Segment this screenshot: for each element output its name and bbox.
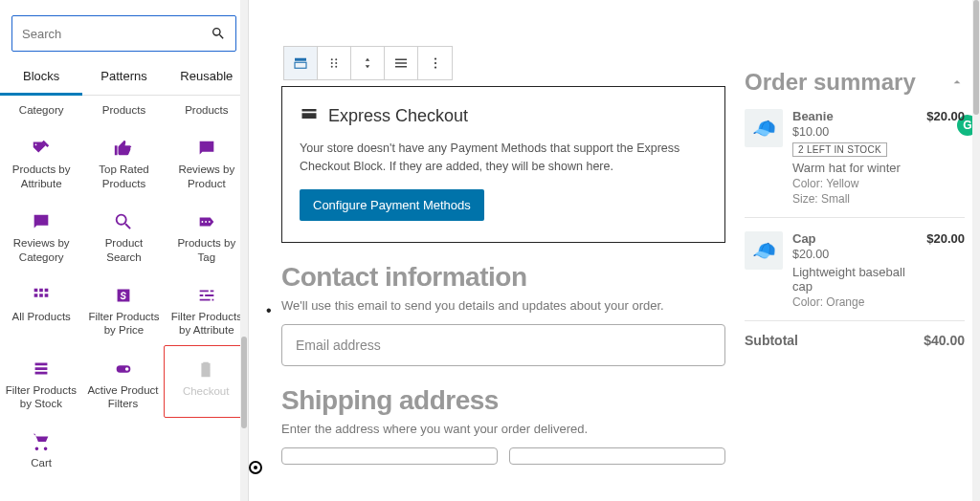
item-name: Cap [792,231,917,246]
block-filter-by-price[interactable]: Filter Products by Price [82,272,165,345]
tag-dots-icon [169,207,244,236]
order-summary-column: Order summary 🧢 Beanie $10.00 2 LEFT IN … [745,54,965,501]
item-thumbnail: 🧢 [745,109,783,147]
svg-rect-1 [295,62,306,68]
chevron-up-icon[interactable] [949,75,965,90]
search-icon [211,26,226,41]
block-product-search[interactable]: Product Search [82,198,165,272]
sidebar-scrollbar[interactable] [240,0,248,501]
block-peek[interactable]: Products [82,99,165,124]
block-toolbar [283,46,453,80]
clipboard-icon [168,356,243,384]
block-products-by-attribute[interactable]: Products by Attribute [0,124,82,198]
block-active-filters[interactable]: Active Product Filters [82,345,165,419]
block-peek[interactable]: Products [166,99,248,124]
express-checkout-desc: Your store doesn't have any Payment Meth… [300,140,702,176]
toolbar-block-type-button[interactable] [284,47,318,79]
block-cart[interactable]: Cart [0,418,82,477]
inserter-tabs: Blocks Patterns Reusable [0,59,248,96]
name-fields-row [281,447,725,465]
block-peek[interactable]: Category [0,99,82,124]
cart-item: 🧢 Cap $20.00 Lightweight baseball cap Co… [745,218,965,321]
subtotal-label: Subtotal [745,333,798,348]
search-input[interactable] [22,27,211,41]
toolbar-move-arrows[interactable] [351,47,385,79]
svg-point-8 [434,57,435,59]
last-name-field[interactable] [509,447,725,465]
block-reviews-by-category[interactable]: Reviews by Category [0,198,82,272]
item-meta: Color: Orange [792,295,917,309]
stock-icon [4,355,78,383]
email-field[interactable]: Email address [281,324,725,366]
sliders-icon [169,281,244,310]
svg-point-4 [331,62,333,64]
contact-description: We'll use this email to send you details… [281,298,725,313]
subtotal-row: Subtotal $40.00 [745,321,965,348]
search-icon [86,207,161,236]
chat-icon [169,134,244,163]
block-search-box[interactable] [11,15,236,52]
chat-edit-icon [4,207,78,236]
cart-icon [4,427,78,456]
svg-point-7 [335,66,337,68]
item-thumbnail: 🧢 [745,231,783,270]
tab-patterns[interactable]: Patterns [82,59,165,95]
item-description: Lightweight baseball cap [792,265,917,294]
checkout-main-column: Express Checkout Your store doesn't have… [255,54,725,501]
sidebar-scrollbar-thumb[interactable] [241,337,247,428]
configure-payment-methods-button[interactable]: Configure Payment Methods [300,189,484,221]
item-unit-price: $10.00 [792,125,917,139]
block-grid[interactable]: Category Products Products Products by A… [0,96,248,501]
svg-point-6 [331,66,333,68]
item-description: Warm hat for winter [792,161,917,175]
editor-canvas: Demo G Express Checkout Your store doesn… [249,0,980,501]
contact-heading: Contact information [281,262,725,293]
list-marker-icon [249,461,262,474]
item-name: Beanie [792,109,917,123]
svg-point-9 [434,62,435,64]
tab-reusable[interactable]: Reusable [166,59,248,95]
block-filter-by-attribute[interactable]: Filter Products by Attribute [166,272,248,345]
express-checkout-title: Express Checkout [328,106,468,126]
toggle-icon [86,355,161,383]
editor-scrollbar[interactable] [972,0,980,501]
express-checkout-block[interactable]: Express Checkout Your store doesn't have… [281,86,725,243]
block-reviews-by-product[interactable]: Reviews by Product [166,124,248,198]
thumb-up-icon [86,134,161,163]
order-summary-heading: Order summary [745,69,916,96]
editor-scrollbar-thumb[interactable] [973,0,979,115]
cart-item: 🧢 Beanie $10.00 2 LEFT IN STOCK Warm hat… [745,96,965,218]
shipping-description: Enter the address where you want your or… [281,422,725,436]
grid-icon [4,281,78,310]
toolbar-more-button[interactable] [418,47,452,79]
subtotal-value: $40.00 [924,333,965,348]
app-root: Blocks Patterns Reusable Category Produc… [0,0,980,501]
tag-stack-icon [4,134,78,163]
first-name-field[interactable] [281,447,498,465]
svg-rect-0 [295,58,306,61]
item-line-price: $20.00 [926,231,965,309]
block-checkout[interactable]: Checkout [164,345,248,419]
card-icon [300,104,319,128]
tab-blocks[interactable]: Blocks [0,59,82,95]
svg-point-5 [335,62,337,64]
stock-badge: 2 LEFT IN STOCK [792,142,887,157]
block-all-products[interactable]: All Products [0,272,82,345]
item-line-price: $20.00 [926,109,965,206]
svg-point-2 [331,58,333,60]
item-meta: Size: Small [792,192,917,206]
block-products-by-tag[interactable]: Products by Tag [166,198,248,272]
shipping-heading: Shipping address [281,385,725,416]
toolbar-drag-handle[interactable] [318,47,351,79]
svg-point-3 [335,58,337,60]
block-inserter-sidebar: Blocks Patterns Reusable Category Produc… [0,0,249,501]
block-filter-by-stock[interactable]: Filter Products by Stock [0,345,82,419]
block-top-rated-products[interactable]: Top Rated Products [82,124,165,198]
svg-point-10 [434,66,435,68]
price-icon [86,281,161,310]
item-unit-price: $20.00 [792,248,917,261]
item-meta: Color: Yellow [792,177,917,190]
toolbar-align-button[interactable] [385,47,418,79]
